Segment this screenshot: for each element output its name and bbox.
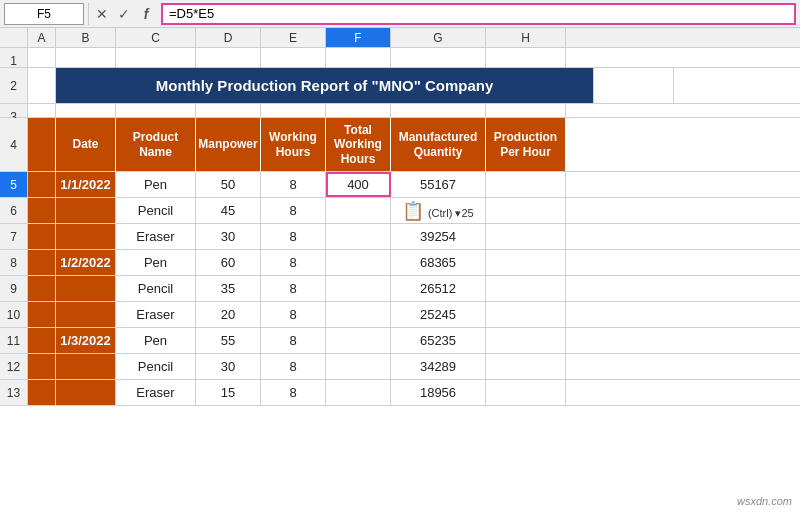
cell-twh-5[interactable]: 400 (326, 172, 391, 197)
cell-d1[interactable] (196, 48, 261, 67)
cell-twh-9[interactable] (326, 276, 391, 301)
col-header-c[interactable]: C (116, 28, 196, 47)
cell-date-11[interactable]: 1/3/2022 (56, 328, 116, 353)
col-header-d[interactable]: D (196, 28, 261, 47)
cell-pph-12[interactable] (486, 354, 566, 379)
cell-twh-11[interactable] (326, 328, 391, 353)
cell-date-6[interactable] (56, 198, 116, 223)
cell-a2[interactable] (28, 68, 56, 103)
cell-a8[interactable] (28, 250, 56, 275)
cell-twh-12[interactable] (326, 354, 391, 379)
cell-a1[interactable] (28, 48, 56, 67)
cell-a7[interactable] (28, 224, 56, 249)
cell-pph-6[interactable] (486, 198, 566, 223)
cell-product-7[interactable]: Eraser (116, 224, 196, 249)
cell-manpower-12[interactable]: 30 (196, 354, 261, 379)
cell-a10[interactable] (28, 302, 56, 327)
cell-a9[interactable] (28, 276, 56, 301)
cell-qty-8[interactable]: 68365 (391, 250, 486, 275)
confirm-icon[interactable]: ✓ (115, 6, 133, 22)
col-header-e[interactable]: E (261, 28, 326, 47)
cell-wh-8[interactable]: 8 (261, 250, 326, 275)
name-box[interactable] (4, 3, 84, 25)
cell-manpower-9[interactable]: 35 (196, 276, 261, 301)
cell-wh-5[interactable]: 8 (261, 172, 326, 197)
cell-twh-10[interactable] (326, 302, 391, 327)
cell-pph-7[interactable] (486, 224, 566, 249)
cell-twh-13[interactable] (326, 380, 391, 405)
header-production-per-hour[interactable]: ProductionPer Hour (486, 118, 566, 171)
cell-product-5[interactable]: Pen (116, 172, 196, 197)
formula-input[interactable] (161, 3, 796, 25)
cell-qty-10[interactable]: 25245 (391, 302, 486, 327)
cell-b3[interactable] (56, 104, 116, 117)
col-header-g[interactable]: G (391, 28, 486, 47)
cell-e1[interactable] (261, 48, 326, 67)
cell-qty-13[interactable]: 18956 (391, 380, 486, 405)
col-header-h[interactable]: H (486, 28, 566, 47)
cell-a5[interactable] (28, 172, 56, 197)
cell-a12[interactable] (28, 354, 56, 379)
cell-wh-10[interactable]: 8 (261, 302, 326, 327)
cell-d3[interactable] (196, 104, 261, 117)
cell-f1[interactable] (326, 48, 391, 67)
cell-manpower-5[interactable]: 50 (196, 172, 261, 197)
cell-h1[interactable] (486, 48, 566, 67)
cell-manpower-13[interactable]: 15 (196, 380, 261, 405)
cell-c3[interactable] (116, 104, 196, 117)
col-header-a[interactable]: A (28, 28, 56, 47)
header-a[interactable] (28, 118, 56, 171)
cell-product-8[interactable]: Pen (116, 250, 196, 275)
cell-date-13[interactable] (56, 380, 116, 405)
cell-g3[interactable] (391, 104, 486, 117)
paste-clipboard-icon[interactable]: 📋 (402, 201, 424, 221)
cell-a3[interactable] (28, 104, 56, 117)
header-date[interactable]: Date (56, 118, 116, 171)
cell-manpower-11[interactable]: 55 (196, 328, 261, 353)
cell-manpower-10[interactable]: 20 (196, 302, 261, 327)
header-product-name[interactable]: ProductName (116, 118, 196, 171)
cell-twh-6[interactable] (326, 198, 391, 223)
cell-pph-8[interactable] (486, 250, 566, 275)
cell-c1[interactable] (116, 48, 196, 67)
cell-qty-9[interactable]: 26512 (391, 276, 486, 301)
cell-date-5[interactable]: 1/1/2022 (56, 172, 116, 197)
cell-manpower-6[interactable]: 45 (196, 198, 261, 223)
cell-a6[interactable] (28, 198, 56, 223)
cell-product-11[interactable]: Pen (116, 328, 196, 353)
cell-twh-8[interactable] (326, 250, 391, 275)
function-icon[interactable]: f (137, 6, 155, 22)
cell-e3[interactable] (261, 104, 326, 117)
cell-date-7[interactable] (56, 224, 116, 249)
cell-product-13[interactable]: Eraser (116, 380, 196, 405)
cell-manpower-7[interactable]: 30 (196, 224, 261, 249)
cell-b1[interactable] (56, 48, 116, 67)
title-cell[interactable]: Monthly Production Report of "MNO" Compa… (56, 68, 594, 103)
cell-pph-5[interactable] (486, 172, 566, 197)
cell-date-8[interactable]: 1/2/2022 (56, 250, 116, 275)
cell-qty-6[interactable]: 📋 (Ctrl) ▾25 (391, 198, 486, 223)
cell-pph-9[interactable] (486, 276, 566, 301)
cell-qty-11[interactable]: 65235 (391, 328, 486, 353)
cell-pph-11[interactable] (486, 328, 566, 353)
cell-date-12[interactable] (56, 354, 116, 379)
cell-wh-7[interactable]: 8 (261, 224, 326, 249)
cell-a13[interactable] (28, 380, 56, 405)
cell-qty-12[interactable]: 34289 (391, 354, 486, 379)
cell-g1[interactable] (391, 48, 486, 67)
cell-twh-7[interactable] (326, 224, 391, 249)
cell-product-12[interactable]: Pencil (116, 354, 196, 379)
col-header-b[interactable]: B (56, 28, 116, 47)
header-working-hours[interactable]: WorkingHours (261, 118, 326, 171)
cell-product-9[interactable]: Pencil (116, 276, 196, 301)
cell-qty-5[interactable]: 55167 (391, 172, 486, 197)
cell-qty-7[interactable]: 39254 (391, 224, 486, 249)
cell-date-9[interactable] (56, 276, 116, 301)
header-manpower[interactable]: Manpower (196, 118, 261, 171)
header-total-working-hours[interactable]: TotalWorkingHours (326, 118, 391, 171)
cell-product-6[interactable]: Pencil (116, 198, 196, 223)
cell-wh-12[interactable]: 8 (261, 354, 326, 379)
cell-h2[interactable] (594, 68, 674, 103)
col-header-f[interactable]: F (326, 28, 391, 47)
header-manufactured-qty[interactable]: ManufacturedQuantity (391, 118, 486, 171)
